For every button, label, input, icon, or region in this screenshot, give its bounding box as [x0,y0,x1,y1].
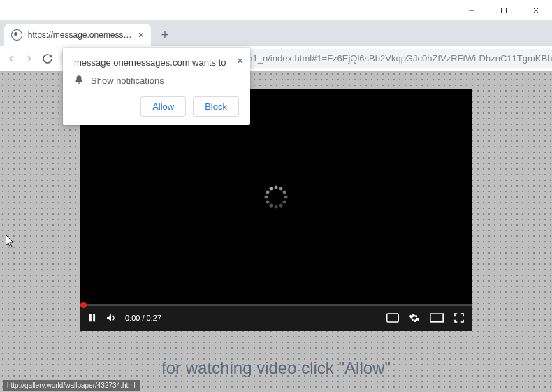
video-progress-bar[interactable] [80,304,472,306]
loading-spinner-icon [263,184,289,210]
window-maximize-button[interactable] [488,0,520,21]
allow-button[interactable]: Allow [140,96,186,117]
forward-button[interactable] [24,52,35,66]
fullscreen-button[interactable] [453,312,465,324]
window-titlebar [0,0,552,21]
globe-icon [11,29,22,41]
video-time: 0:00 / 0:27 [125,314,161,322]
tab-strip: https://message.onemessages.co × + [0,21,552,46]
reload-button[interactable] [42,52,53,66]
notification-permission-dialog: × message.onemessages.com wants to Show … [63,48,250,125]
new-tab-button[interactable]: + [155,25,175,45]
tab-title: https://message.onemessages.co [28,30,133,40]
browser-tab[interactable]: https://message.onemessages.co × [4,24,151,46]
svg-rect-7 [387,314,399,322]
volume-button[interactable] [106,312,117,324]
pause-button[interactable] [87,313,97,323]
theater-mode-button[interactable] [430,313,444,323]
svg-rect-8 [430,314,443,322]
permission-origin-text: message.onemessages.com wants to [74,57,239,68]
tab-close-icon[interactable]: × [138,29,144,41]
window-minimize-button[interactable] [456,0,488,21]
dialog-close-button[interactable]: × [237,55,243,66]
svg-rect-1 [502,8,507,13]
settings-gear-icon[interactable] [409,312,420,324]
video-progress-handle[interactable] [80,302,87,308]
window-close-button[interactable] [520,0,552,21]
cc-button[interactable] [386,313,399,323]
back-button[interactable] [6,52,17,66]
bell-icon [74,75,84,87]
permission-request-text: Show notifications [91,75,164,86]
block-button[interactable]: Block [193,96,239,117]
cta-text: for watching video click "Allow" [28,358,524,378]
status-bar: http://gallery.world/wallpaper/432734.ht… [3,380,140,391]
svg-rect-6 [93,314,95,322]
video-controls: 0:00 / 0:27 [80,305,472,331]
svg-rect-5 [89,314,92,322]
